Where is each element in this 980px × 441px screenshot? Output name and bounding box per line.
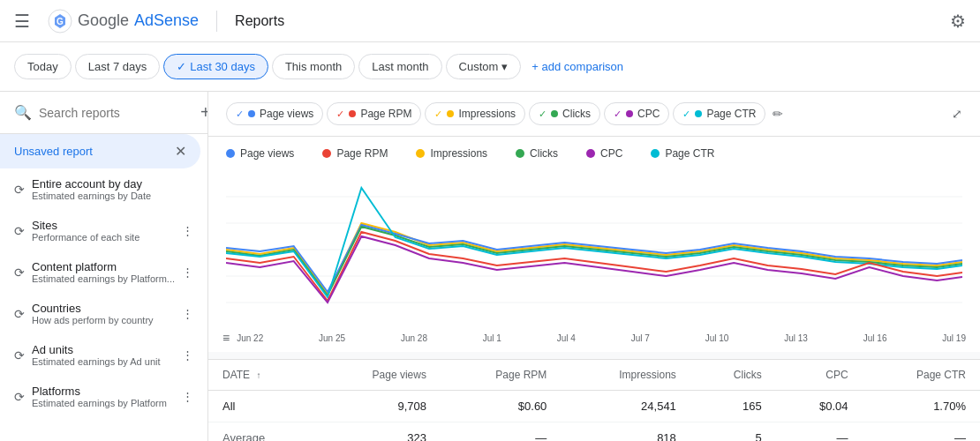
google-logo-icon: G [48,9,72,34]
date-label: Jun 28 [401,333,427,343]
close-icon[interactable]: ✕ [175,143,186,160]
item-desc: Estimated earnings by Platform... [32,273,175,284]
logo-text: Google [78,11,129,30]
more-menu-icon[interactable]: ⋮ [182,265,193,279]
report-icon: ⟳ [14,348,25,363]
last-month-filter[interactable]: Last month [358,54,441,79]
date-label: Jul 4 [557,333,576,343]
this-month-filter[interactable]: This month [272,54,355,79]
col-page-ctr[interactable]: Page CTR [863,360,980,391]
sidebar-item-content-platform[interactable]: ⟳ Content platform Estimated earnings by… [0,251,207,293]
page-rpm-label: Page RPM [360,108,411,120]
report-icon: ⟳ [14,183,25,197]
edit-metrics-icon[interactable]: ✏ [773,107,783,121]
check-icon: ✓ [539,108,547,120]
axis-options-icon[interactable]: ≡ [222,331,230,345]
date-label: Jul 13 [784,333,808,343]
date-label: Jun 22 [237,333,263,343]
content-area: ✓ Page views ✓ Page RPM ✓ Impressions ✓ [208,92,980,441]
metric-tabs: ✓ Page views ✓ Page RPM ✓ Impressions ✓ [208,92,980,137]
check-icon: ✓ [336,108,344,120]
search-input[interactable] [39,106,193,120]
item-name: Ad units [32,343,175,356]
cpc-dot [626,110,633,117]
add-report-button[interactable]: + [200,102,208,123]
check-icon: ✓ [434,108,442,120]
tab-page-rpm[interactable]: ✓ Page RPM [327,102,421,125]
more-menu-icon[interactable]: ⋮ [182,224,193,237]
more-menu-icon[interactable]: ⋮ [182,307,193,320]
item-desc: Performance of each site [32,232,175,243]
search-icon: 🔍 [14,104,32,121]
check-icon: ✓ [614,108,622,120]
tab-page-ctr[interactable]: ✓ Page CTR [673,102,765,125]
filter-bar: Today Last 7 days ✓ Last 30 days This mo… [0,42,980,92]
tab-clicks[interactable]: ✓ Clicks [529,102,600,125]
legend-label: CPC [600,147,622,160]
page-rpm-dot [349,110,356,117]
legend-dot [651,149,660,158]
date-label: Jun 25 [319,333,345,343]
item-desc: Estimated earnings by Platform [32,398,175,408]
clicks-dot [551,110,558,117]
cell-cpc: $0.04 [776,391,863,422]
unsaved-report-label: Unsaved report [14,145,168,158]
tab-impressions[interactable]: ✓ Impressions [425,102,525,125]
legend-label: Clicks [530,147,558,160]
more-menu-icon[interactable]: ⋮ [182,348,193,362]
legend-dot [516,149,524,158]
expand-chart-icon[interactable]: ⤢ [952,107,962,121]
cell-clicks: 165 [690,391,776,422]
check-icon: ✓ [177,60,186,73]
table-row: All 9,708 $0.60 24,541 165 $0.04 1.70% [208,391,980,422]
item-desc: Estimated earnings by Date [32,191,193,201]
chart-legend: Page views Page RPM Impressions Clicks C… [208,137,980,170]
cell-page-ctr: 1.70% [863,391,980,422]
more-menu-icon[interactable]: ⋮ [182,390,193,403]
sidebar-item-countries[interactable]: ⟳ Countries How ads perform by country ⋮ [0,293,207,334]
add-comparison-button[interactable]: + add comparison [531,60,623,73]
custom-filter[interactable]: Custom ▾ [446,54,522,79]
report-icon: ⟳ [14,390,25,404]
legend-dot [586,149,595,158]
col-clicks[interactable]: Clicks [690,360,776,391]
header-divider [216,11,217,32]
svg-text:G: G [57,17,64,26]
chart-container [208,170,980,329]
page-views-label: Page views [260,108,313,120]
col-page-rpm[interactable]: Page RPM [441,360,561,391]
legend-cpc: CPC [586,147,622,160]
item-name: Content platform [32,260,175,273]
date-label: Jul 16 [863,333,887,343]
sidebar-item-ad-units[interactable]: ⟳ Ad units Estimated earnings by Ad unit… [0,334,207,376]
main-layout: 🔍 + Unsaved report ✕ ⟳ Entire account by… [0,92,980,441]
sidebar-item-sites[interactable]: ⟳ Sites Performance of each site ⋮ [0,210,207,251]
col-cpc[interactable]: CPC [776,360,863,391]
last7-filter[interactable]: Last 7 days [75,54,161,79]
item-name: Platforms [32,385,175,398]
today-filter[interactable]: Today [14,54,72,79]
col-impressions[interactable]: Impressions [561,360,690,391]
sidebar-item-platforms[interactable]: ⟳ Platforms Estimated earnings by Platfo… [0,376,207,417]
settings-icon[interactable]: ⚙ [950,11,966,32]
cpc-label: CPC [637,108,660,120]
date-axis: Jun 22 Jun 25 Jun 28 Jul 1 Jul 4 Jul 7 J… [237,333,966,343]
col-page-views[interactable]: Page views [315,360,440,391]
tab-cpc[interactable]: ✓ CPC [604,102,669,125]
col-date[interactable]: DATE ↑ [208,360,315,391]
last30-filter[interactable]: ✓ Last 30 days [163,54,268,79]
sort-icon: ↑ [256,370,260,380]
last30-label: Last 30 days [190,60,255,73]
cell-page-ctr: — [863,422,980,442]
date-axis-row: ≡ Jun 22 Jun 25 Jun 28 Jul 1 Jul 4 Jul 7… [208,329,980,352]
tab-page-views[interactable]: ✓ Page views [226,102,323,125]
table-row: Average 323 — 818 5 — — [208,422,980,442]
legend-label: Page views [240,147,294,160]
item-desc: How ads perform by country [32,315,175,325]
impressions-dot [447,110,454,117]
menu-icon[interactable]: ☰ [14,11,30,32]
clicks-label: Clicks [562,108,591,120]
sidebar-item-entire-account[interactable]: ⟳ Entire account by day Estimated earnin… [0,168,207,210]
sidebar-item-unsaved[interactable]: Unsaved report ✕ [0,134,200,168]
item-desc: Estimated earnings by Ad unit [32,356,175,367]
